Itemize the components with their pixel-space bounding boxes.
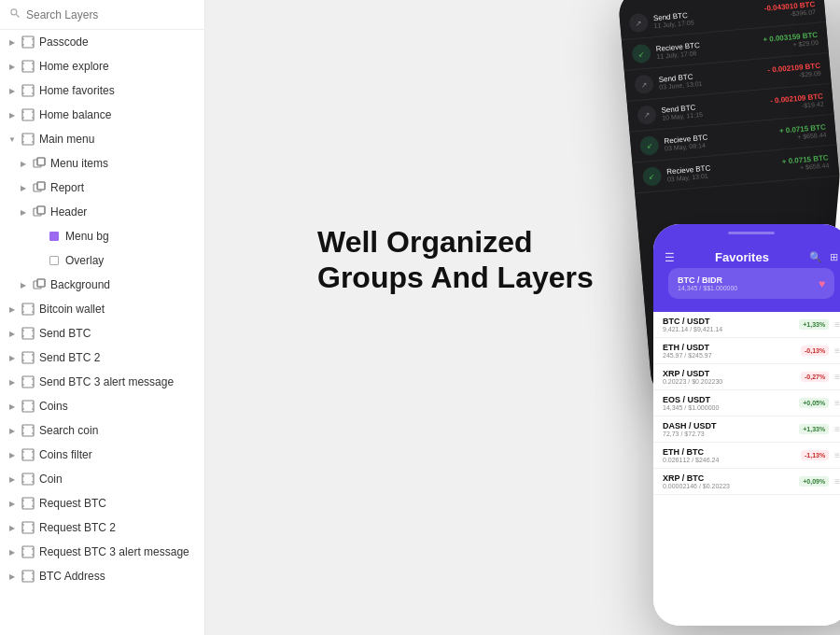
- headline-line2: Groups And Layers: [317, 260, 594, 295]
- p2-heart-icon: ♥: [819, 277, 825, 290]
- frame-icon: [21, 399, 35, 414]
- layer-label: Coin: [39, 473, 63, 486]
- svg-rect-28: [37, 158, 45, 165]
- sidebar-item-coins[interactable]: ▶ Coins: [0, 394, 204, 418]
- sidebar-item-home-balance[interactable]: ▶ Home balance: [0, 103, 204, 127]
- coin-price: 0.20223 / $0.202230: [663, 378, 795, 385]
- chevron-icon: ▶: [7, 499, 17, 508]
- layer-list: ▶ Passcode▶ Home explore▶ Home favorites…: [0, 30, 204, 635]
- svg-line-1: [17, 15, 20, 18]
- svg-rect-64: [22, 425, 34, 436]
- sidebar-item-bitcoin-wallet[interactable]: ▶ Bitcoin wallet: [0, 297, 204, 321]
- svg-rect-54: [22, 376, 34, 388]
- layer-label: Overlay: [65, 254, 104, 267]
- svg-rect-31: [37, 182, 45, 190]
- coin-list-item: XRP / USDT 0.20223 / $0.202230 -0,27% ≡: [653, 364, 840, 390]
- svg-rect-74: [22, 473, 34, 485]
- sidebar-item-request-btc-2[interactable]: ▶ Request BTC 2: [0, 515, 204, 540]
- svg-rect-59: [22, 401, 34, 412]
- coin-price: 14,345 / $1.000000: [663, 404, 793, 411]
- sidebar: ▶ Passcode▶ Home explore▶ Home favorites…: [0, 0, 205, 635]
- phone2-screen: ☰ Favorites 🔍 ⊞ BTC / BIDR 14,345 / $$1.…: [653, 224, 840, 626]
- sidebar-item-report[interactable]: ▶ Report: [0, 176, 204, 200]
- sidebar-item-menu-items[interactable]: ▶ Menu items: [0, 151, 204, 176]
- coin-pair: ETH / USDT: [663, 343, 795, 352]
- p2-title: Favorites: [715, 250, 769, 264]
- layer-label: Main menu: [39, 133, 94, 146]
- chevron-icon: ▶: [7, 474, 17, 484]
- coin-menu-icon: ≡: [834, 346, 840, 356]
- tx-amount: -0.043010 BTC -$396.07: [763, 0, 816, 20]
- chevron-icon: ▶: [7, 426, 17, 435]
- sidebar-item-header[interactable]: ▶ Header: [0, 200, 204, 224]
- coin-pair: EOS / USDT: [663, 395, 793, 404]
- tx-type-icon: ↙: [639, 135, 660, 156]
- sidebar-item-request-btc[interactable]: ▶ Request BTC: [0, 491, 204, 515]
- sidebar-item-request-btc-3[interactable]: ▶ Request BTC 3 alert message: [0, 540, 204, 564]
- search-input[interactable]: [26, 8, 195, 21]
- layer-label: Send BTC: [39, 327, 91, 340]
- coin-pair: ETH / BTC: [663, 447, 795, 457]
- chevron-icon: ▶: [19, 159, 28, 168]
- svg-rect-84: [22, 522, 34, 533]
- p2-fav-card: BTC / BIDR 14,345 / $$1.000000 ♥: [668, 268, 834, 299]
- layer-label: Coins filter: [39, 448, 92, 461]
- coin-change-badge: -0,13%: [801, 346, 829, 356]
- layer-label: Request BTC 2: [39, 521, 116, 534]
- p2-header-icons: 🔍 ⊞: [809, 251, 838, 263]
- layer-label: Report: [50, 181, 84, 194]
- sidebar-item-background[interactable]: ▶ Background: [0, 273, 204, 297]
- frame-icon: [21, 447, 35, 462]
- sidebar-item-passcode[interactable]: ▶ Passcode: [0, 30, 204, 54]
- sidebar-item-send-btc-2[interactable]: ▶ Send BTC 2: [0, 346, 204, 370]
- sidebar-item-btc-address[interactable]: ▶ BTC Address: [0, 564, 204, 588]
- search-bar[interactable]: [0, 0, 204, 30]
- sidebar-item-search-coin[interactable]: ▶ Search coin: [0, 418, 204, 443]
- sidebar-item-overlay[interactable]: Overlay: [0, 248, 204, 273]
- p2-qr-icon: ⊞: [830, 251, 838, 263]
- frame-icon: [21, 35, 35, 49]
- layer-label: Search coin: [39, 424, 98, 437]
- frame-icon: [21, 496, 35, 511]
- chevron-icon: ▶: [7, 37, 17, 47]
- tx-amount: + 0.0715 BTC + $658.44: [781, 153, 829, 172]
- p2-fav-price: 14,345 / $$1.000000: [678, 285, 737, 291]
- p2-menu-icon: ☰: [665, 251, 675, 264]
- sidebar-item-home-favorites[interactable]: ▶ Home favorites: [0, 78, 204, 103]
- coin-menu-icon: ≡: [834, 398, 840, 408]
- layer-label: Send BTC 3 alert message: [39, 375, 174, 388]
- tx-amount: + 0.003159 BTC + $29.09: [763, 31, 819, 50]
- tx-type-icon: ↙: [631, 44, 651, 64]
- svg-rect-44: [22, 328, 34, 339]
- layer-label: Home balance: [39, 108, 111, 121]
- sidebar-item-menu-bg[interactable]: Menu bg: [0, 224, 204, 248]
- chevron-icon: ▶: [7, 377, 17, 387]
- svg-rect-39: [22, 303, 34, 315]
- rect-icon: [47, 229, 62, 244]
- tx-info: Recieve BTC 03 May, 13:01: [666, 158, 777, 182]
- coin-info: DASH / USDT 72,73 / $72.73: [663, 421, 793, 437]
- sidebar-item-home-explore[interactable]: ▶ Home explore: [0, 54, 204, 78]
- sidebar-item-coins-filter[interactable]: ▶ Coins filter: [0, 443, 204, 467]
- frame-icon: [21, 107, 35, 122]
- layer-label: Menu items: [50, 157, 108, 170]
- coin-list-item: ETH / USDT 245.97 / $245.97 -0,13% ≡: [653, 338, 840, 364]
- chevron-icon: ▶: [19, 207, 28, 217]
- sidebar-item-main-menu[interactable]: ▼ Main menu: [0, 127, 204, 151]
- chevron-icon: ▶: [7, 523, 17, 532]
- frame-icon: [21, 374, 35, 389]
- layer-label: Request BTC 3 alert message: [39, 545, 189, 558]
- group-icon: [32, 205, 47, 219]
- group-icon: [32, 277, 47, 292]
- headline: Well Organized Groups And Layers: [317, 224, 594, 296]
- svg-rect-17: [22, 109, 34, 120]
- sidebar-item-send-btc[interactable]: ▶ Send BTC: [0, 321, 204, 346]
- frame-icon: [21, 326, 35, 341]
- coin-pair: XRP / USDT: [663, 369, 795, 378]
- coin-pair: XRP / BTC: [663, 473, 793, 483]
- tx-amount: - 0.002109 BTC -$19.42: [770, 92, 824, 112]
- sidebar-item-coin[interactable]: ▶ Coin: [0, 467, 204, 491]
- tx-info: Send BTC 03 June, 13:01: [658, 66, 763, 91]
- sidebar-item-send-btc-3[interactable]: ▶ Send BTC 3 alert message: [0, 370, 204, 394]
- tx-type-icon: ↗: [637, 105, 657, 125]
